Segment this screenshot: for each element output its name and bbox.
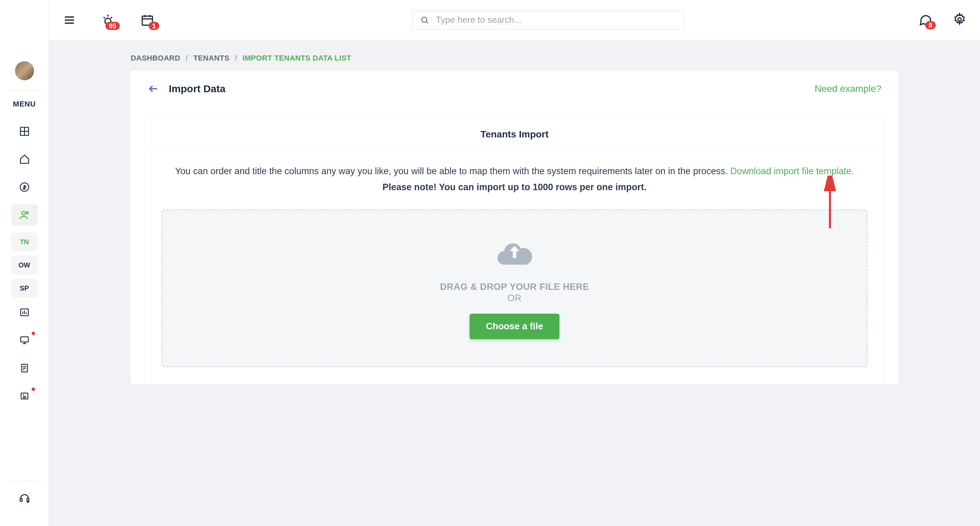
search-icon xyxy=(420,16,429,24)
headset-icon xyxy=(19,493,30,504)
menu-label: MENU xyxy=(13,100,36,108)
chat-notifications[interactable]: 8 xyxy=(918,12,932,28)
sidebar: MENU TN OW SP xyxy=(0,0,49,526)
hamburger-icon xyxy=(63,14,76,26)
nav-people[interactable] xyxy=(11,205,38,226)
nav-announcements[interactable] xyxy=(11,330,38,351)
settings-button[interactable] xyxy=(953,13,966,27)
menu-toggle[interactable] xyxy=(63,13,76,27)
note-text: Please note! You can import up to 1000 r… xyxy=(165,180,864,195)
search-container[interactable] xyxy=(412,11,685,30)
nav-support[interactable] xyxy=(11,488,38,509)
main: 95 1 8 DASHBOARD xyxy=(49,0,980,526)
search-input[interactable] xyxy=(436,14,677,25)
tenants-import-panel: Tenants Import You can order and title t… xyxy=(144,117,885,385)
svg-line-35 xyxy=(426,21,428,23)
presentation-icon xyxy=(19,335,30,345)
notification-dot-icon xyxy=(32,388,35,391)
notification-dot-icon xyxy=(32,332,35,335)
file-dropzone[interactable]: DRAG & DROP YOUR FILE HERE OR Choose a f… xyxy=(162,210,867,367)
breadcrumb-dashboard[interactable]: DASHBOARD xyxy=(130,54,180,63)
arrow-left-icon xyxy=(148,83,159,95)
page-title: Import Data xyxy=(169,83,226,95)
chart-icon xyxy=(19,307,30,318)
gear-icon xyxy=(953,13,966,26)
home-icon xyxy=(19,154,30,165)
svg-line-29 xyxy=(111,17,112,18)
svg-line-28 xyxy=(104,17,105,18)
breadcrumb: DASHBOARD / TENANTS / IMPORT TENANTS DAT… xyxy=(130,54,898,63)
nav-sub-sp[interactable]: SP xyxy=(11,279,38,298)
nav-news[interactable] xyxy=(11,386,38,407)
nav-sub-tn[interactable]: TN xyxy=(11,232,38,251)
calendar-notifications[interactable]: 1 xyxy=(140,12,155,28)
svg-point-34 xyxy=(422,17,427,22)
nav-dashboard[interactable] xyxy=(11,121,38,142)
example-link[interactable]: Need example? xyxy=(815,83,881,94)
badge-count: 95 xyxy=(105,22,120,30)
nav-sub-ow[interactable]: OW xyxy=(11,256,38,275)
breadcrumb-tenants[interactable]: TENANTS xyxy=(193,54,229,63)
instructions-text: You can order and title the columns any … xyxy=(145,152,885,202)
dropzone-text: DRAG & DROP YOUR FILE HERE OR xyxy=(440,282,589,304)
svg-rect-22 xyxy=(27,499,29,502)
svg-point-36 xyxy=(958,18,961,21)
svg-rect-10 xyxy=(21,337,28,342)
avatar[interactable] xyxy=(15,61,34,80)
notifications-weather[interactable]: 95 xyxy=(100,12,116,28)
document-icon xyxy=(19,363,30,373)
panel-heading: Tenants Import xyxy=(145,118,885,152)
breadcrumb-current: IMPORT TENANTS DATA LIST xyxy=(243,54,352,63)
content-area: DASHBOARD / TENANTS / IMPORT TENANTS DAT… xyxy=(49,40,980,526)
download-template-link[interactable]: Download import file template. xyxy=(730,166,854,176)
badge-count: 1 xyxy=(149,22,159,30)
nav-reports[interactable] xyxy=(11,302,38,323)
dollar-circle-icon xyxy=(19,182,30,192)
back-button[interactable] xyxy=(148,83,159,95)
people-icon xyxy=(19,210,30,221)
choose-file-button[interactable]: Choose a file xyxy=(469,314,559,339)
header: 95 1 8 xyxy=(49,0,980,40)
cloud-upload-icon xyxy=(494,234,535,272)
import-card: Import Data Need example? Tenants Import… xyxy=(130,71,898,385)
nav-home[interactable] xyxy=(11,149,38,170)
nav-finance[interactable] xyxy=(11,176,38,198)
svg-rect-21 xyxy=(20,499,22,502)
news-icon xyxy=(19,391,30,401)
badge-count: 8 xyxy=(925,21,936,29)
grid-icon xyxy=(19,126,30,137)
svg-point-5 xyxy=(26,212,28,214)
svg-point-4 xyxy=(22,211,25,215)
nav-documents[interactable] xyxy=(11,358,38,379)
